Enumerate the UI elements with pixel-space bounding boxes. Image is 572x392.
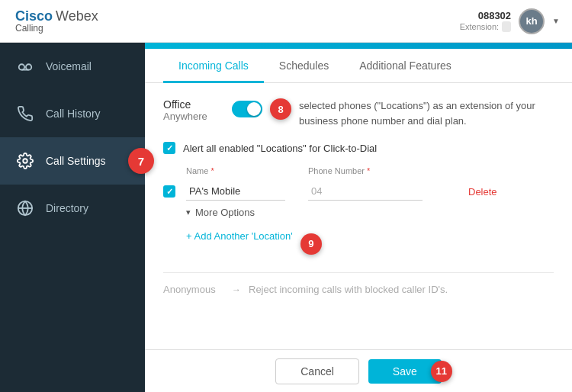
call-history-label: Call History <box>46 108 101 120</box>
name-required: * <box>208 166 214 175</box>
check-icon: ✓ <box>166 143 173 153</box>
location-header: Name * Phone Number * <box>163 166 554 178</box>
badge-11: 11 <box>431 361 452 382</box>
name-input[interactable] <box>186 182 285 201</box>
arrow-icon: → <box>232 284 241 295</box>
alert-checkbox-label: Alert all enabled "Locations" for Click-… <box>183 143 377 154</box>
name-field-label: Name * <box>186 166 308 175</box>
avatar[interactable]: kh <box>519 8 545 34</box>
phone-input[interactable] <box>308 182 423 201</box>
top-bar <box>145 43 572 49</box>
sidebar-item-call-history[interactable]: Call History <box>0 90 145 137</box>
badge-9: 9 <box>300 233 322 255</box>
tab-additional-features[interactable]: Additional Features <box>344 49 467 83</box>
voicemail-label: Voicemail <box>46 60 92 72</box>
svg-point-3 <box>23 159 27 163</box>
col-name-header: Name * <box>186 166 308 178</box>
loc-phone-cell <box>308 182 461 201</box>
call-settings-icon <box>15 151 35 171</box>
voicemail-icon <box>15 56 35 76</box>
phone-required: * <box>365 166 370 175</box>
tab-bar: Incoming Calls Schedules Additional Feat… <box>145 49 572 83</box>
extension-label: Extension: <box>460 21 511 32</box>
app-header: CiscoWebex Calling 088302 Extension: kh … <box>0 0 572 43</box>
content-area: Incoming Calls Schedules Additional Feat… <box>145 43 572 392</box>
svg-point-1 <box>26 64 31 69</box>
main-layout: Voicemail Call History Call Settings 7 <box>0 43 572 392</box>
loc-name-cell <box>186 182 308 201</box>
office-anywhere-toggle[interactable] <box>232 101 262 117</box>
col-phone-header: Phone Number * <box>308 166 461 178</box>
tab-schedules[interactable]: Schedules <box>264 49 344 83</box>
alert-checkbox[interactable]: ✓ <box>163 142 175 154</box>
chevron-down-icon[interactable]: ▼ <box>552 17 560 25</box>
sidebar-item-directory[interactable]: Directory <box>0 185 145 232</box>
loc-check-icon: ✓ <box>166 187 173 197</box>
sidebar: Voicemail Call History Call Settings 7 <box>0 43 145 392</box>
directory-icon <box>15 198 35 218</box>
location-row: ✓ Delete <box>163 182 554 201</box>
logo-webex: Webex <box>56 8 98 24</box>
extension-value <box>502 21 511 32</box>
anonymous-desc: Reject incoming calls with blocked calle… <box>249 284 448 295</box>
office-label-main: Office <box>163 98 224 111</box>
app-logo: CiscoWebex Calling <box>15 8 98 34</box>
svg-point-0 <box>19 64 24 69</box>
extension-number: 088302 <box>460 10 511 21</box>
office-anywhere-section: Office Anywhere 8 selected phones ("Loca… <box>163 98 554 128</box>
add-location-row: + Add Another 'Location' 9 <box>163 230 554 257</box>
tab-incoming-calls[interactable]: Incoming Calls <box>163 49 264 83</box>
location-checkbox[interactable]: ✓ <box>163 185 175 198</box>
badge-8: 8 <box>270 98 291 120</box>
office-anywhere-desc: selected phones ("Locations") as an exte… <box>299 98 554 128</box>
office-anywhere-label: Office Anywhere <box>163 98 224 122</box>
anonymous-row: Anonymous → Reject incoming calls with b… <box>163 284 554 295</box>
cancel-button[interactable]: Cancel <box>275 358 359 384</box>
add-location-button[interactable]: + Add Another 'Location' <box>186 230 293 242</box>
logo-cisco: Cisco <box>15 8 53 24</box>
toggle-area: 8 <box>232 98 291 120</box>
directory-label: Directory <box>46 202 88 214</box>
more-options-label: More Options <box>195 207 255 218</box>
phone-field-label: Phone Number * <box>308 166 461 175</box>
badge-7: 7 <box>128 148 154 174</box>
toggle-knob <box>247 102 261 116</box>
sidebar-item-call-settings[interactable]: Call Settings 7 <box>0 137 145 185</box>
more-options[interactable]: ▾ More Options <box>163 207 554 218</box>
office-label-sub: Anywhere <box>163 111 224 122</box>
section-divider <box>163 272 554 273</box>
anonymous-label: Anonymous <box>163 284 224 295</box>
logo-calling: Calling <box>15 23 98 34</box>
call-history-icon <box>15 104 35 124</box>
footer: Cancel Save 11 <box>145 349 572 392</box>
extension-info: 088302 Extension: <box>460 10 511 32</box>
col-check-spacer <box>163 166 186 178</box>
sidebar-item-voicemail[interactable]: Voicemail <box>0 43 145 90</box>
chevron-down-small-icon: ▾ <box>186 207 191 217</box>
content-scroll: Office Anywhere 8 selected phones ("Loca… <box>145 83 572 349</box>
call-settings-label: Call Settings <box>46 155 106 167</box>
save-button-wrapper: Save 11 <box>368 359 442 384</box>
alert-checkbox-row: ✓ Alert all enabled "Locations" for Clic… <box>163 142 554 154</box>
loc-checkbox-cell: ✓ <box>163 185 186 198</box>
delete-button[interactable]: Delete <box>468 186 497 198</box>
header-right: 088302 Extension: kh ▼ <box>460 8 560 34</box>
